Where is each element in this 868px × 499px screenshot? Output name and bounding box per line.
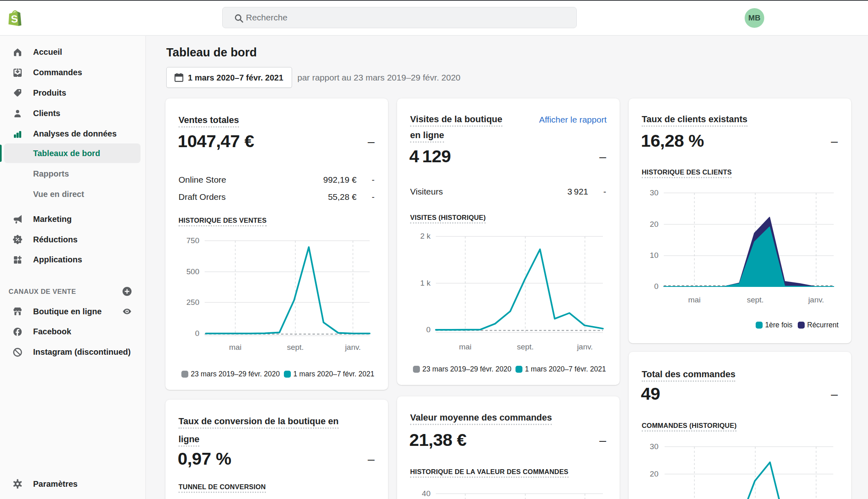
svg-text:S: S (11, 13, 18, 25)
